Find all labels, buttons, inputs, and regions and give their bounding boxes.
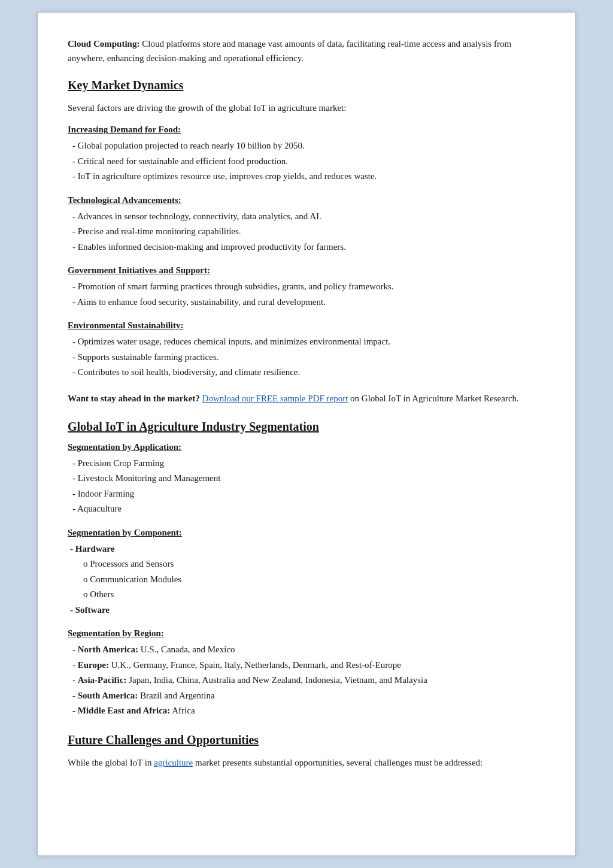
segmentation-by-application: Segmentation by Application: Precision C…: [68, 442, 545, 517]
future-section: Future Challenges and Opportunities Whil…: [68, 733, 545, 770]
region-detail: U.S., Canada, and Mexico: [138, 645, 235, 654]
subsection-tech-title: Technological Advancements:: [68, 195, 545, 205]
region-detail: Africa: [170, 706, 195, 715]
region-detail: Brazil and Argentina: [138, 691, 214, 700]
hardware-label: - Hardware: [70, 542, 545, 557]
list-item: Contributes to soil health, biodiversity…: [72, 365, 545, 380]
future-intro-post: market presents substantial opportunitie…: [193, 758, 482, 767]
subsection-environment-title: Environmental Sustainability:: [68, 320, 545, 331]
key-market-dynamics-section: Key Market Dynamics Several factors are …: [68, 78, 545, 406]
list-item: Enables informed decision-making and imp…: [72, 240, 545, 255]
segmentation-section: Global IoT in Agriculture Industry Segme…: [68, 420, 545, 719]
list-item: IoT in agriculture optimizes resource us…: [72, 169, 545, 185]
future-intro-paragraph: While the global IoT in agriculture mark…: [68, 755, 545, 770]
page-container: Cloud Computing: Cloud platforms store a…: [37, 12, 576, 856]
region-detail: U.K., Germany, France, Spain, Italy, Net…: [109, 660, 401, 670]
future-intro-pre: While the global IoT in: [68, 758, 154, 767]
list-item: Precise and real-time monitoring capabil…: [72, 224, 545, 240]
application-list: Precision Crop Farming Livestock Monitor…: [68, 456, 545, 517]
segmentation-by-component: Segmentation by Component: - Hardware Pr…: [68, 528, 545, 618]
subsection-government: Government Initiatives and Support: Prom…: [68, 265, 545, 310]
list-item: Advances in sensor technology, connectiv…: [72, 209, 545, 225]
environment-list: Optimizes water usage, reduces chemical …: [68, 334, 545, 380]
region-south-america: - South America: Brazil and Argentina: [72, 688, 545, 704]
subsection-government-title: Government Initiatives and Support:: [68, 265, 545, 276]
subsection-tech-advancements: Technological Advancements: Advances in …: [68, 195, 545, 255]
cta-bold: Want to stay ahead in the market?: [68, 394, 200, 403]
future-title: Future Challenges and Opportunities: [68, 733, 545, 747]
intro-paragraph: Cloud Computing: Cloud platforms store a…: [68, 37, 545, 65]
tech-advancements-list: Advances in sensor technology, connectiv…: [68, 209, 545, 255]
list-item: Supports sustainable farming practices.: [72, 350, 545, 365]
subsection-environment: Environmental Sustainability: Optimizes …: [68, 320, 545, 380]
subsection-food-demand-title: Increasing Demand for Food:: [68, 125, 545, 135]
by-application-title: Segmentation by Application:: [68, 442, 545, 452]
government-list: Promotion of smart farming practices thr…: [68, 279, 545, 310]
call-to-action: Want to stay ahead in the market? Downlo…: [68, 391, 545, 406]
list-item: Global population projected to reach nea…: [72, 138, 545, 154]
cloud-computing-label: Cloud Computing:: [68, 39, 139, 49]
key-market-dynamics-title: Key Market Dynamics: [68, 78, 545, 92]
region-name: Asia-Pacific:: [78, 675, 127, 685]
region-name: South America:: [78, 691, 138, 700]
key-market-dynamics-intro: Several factors are driving the growth o…: [68, 101, 545, 115]
by-component-title: Segmentation by Component:: [68, 528, 545, 538]
list-item: Aims to enhance food security, sustainab…: [72, 295, 545, 310]
list-item: Promotion of smart farming practices thr…: [72, 279, 545, 295]
list-item: Indoor Farming: [72, 486, 545, 502]
list-item: Communication Modules: [83, 572, 545, 588]
region-europe: - Europe: U.K., Germany, France, Spain, …: [72, 658, 545, 673]
list-item: Others: [83, 587, 545, 603]
region-north-america: - North America: U.S., Canada, and Mexic…: [72, 642, 545, 658]
list-item: Processors and Sensors: [83, 557, 545, 572]
software-label: - Software: [70, 603, 545, 618]
region-asia-pacific: - Asia-Pacific: Japan, India, China, Aus…: [72, 673, 545, 688]
food-demand-list: Global population projected to reach nea…: [68, 138, 545, 185]
list-item: Livestock Monitoring and Management: [72, 471, 545, 486]
subsection-food-demand: Increasing Demand for Food: Global popul…: [68, 125, 545, 185]
hardware-sub-list: Processors and Sensors Communication Mod…: [70, 557, 545, 603]
cta-link[interactable]: Download our FREE sample PDF report: [202, 394, 348, 403]
region-name: North America:: [78, 645, 138, 654]
region-name: Europe:: [78, 660, 109, 670]
cta-suffix: on Global IoT in Agriculture Market Rese…: [348, 394, 518, 403]
segmentation-title: Global IoT in Agriculture Industry Segme…: [68, 420, 545, 434]
agriculture-link[interactable]: agriculture: [154, 758, 193, 767]
list-item: Optimizes water usage, reduces chemical …: [72, 334, 545, 350]
list-item: Critical need for sustainable and effici…: [72, 154, 545, 170]
list-item: Aquaculture: [72, 501, 545, 517]
region-middle-east-africa: - Middle East and Africa: Africa: [72, 703, 545, 719]
by-region-title: Segmentation by Region:: [68, 628, 545, 639]
region-detail: Japan, India, China, Australia and New Z…: [126, 675, 427, 685]
region-name: Middle East and Africa:: [78, 706, 171, 715]
list-item: Precision Crop Farming: [72, 456, 545, 471]
segmentation-by-region: Segmentation by Region: - North America:…: [68, 628, 545, 719]
